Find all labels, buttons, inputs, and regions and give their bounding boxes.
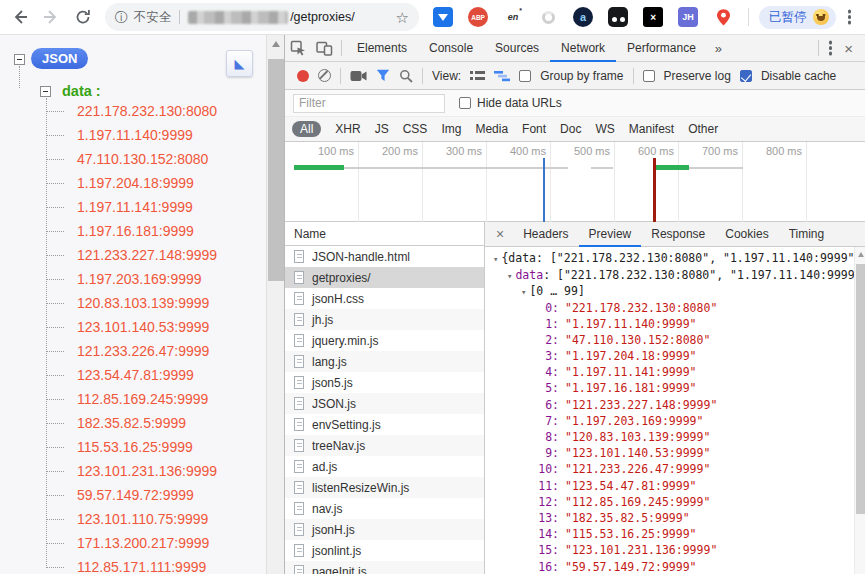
name-column-header[interactable]: Name (285, 222, 484, 246)
preserve-log-checkbox[interactable] (643, 70, 655, 82)
tree-item[interactable]: 1.197.204.18:9999 (0, 171, 266, 195)
scrollbar-thumb[interactable] (856, 264, 865, 514)
disable-cache-checkbox[interactable] (740, 70, 752, 82)
browser-menu-button[interactable] (848, 15, 851, 19)
large-rows-toggle[interactable] (470, 63, 485, 89)
tab-console[interactable]: Console (418, 35, 484, 62)
detail-close-button[interactable]: × (496, 226, 504, 242)
json-root-node[interactable]: JSON (31, 48, 88, 69)
preview-array-item[interactable]: 0:"221.178.232.130:8080" (485, 300, 854, 316)
preview-array-item[interactable]: 1:"1.197.11.140:9999" (485, 316, 854, 332)
proxy-paused-badge[interactable]: 已暂停 (759, 6, 836, 29)
inspect-element-button[interactable] (285, 35, 311, 61)
scroll-up-arrow[interactable] (858, 252, 864, 257)
type-filter-media[interactable]: Media (475, 122, 508, 136)
search-button[interactable] (399, 63, 413, 89)
collapse-data-toggle[interactable] (40, 86, 51, 97)
more-tabs-button[interactable]: » (707, 41, 730, 56)
tree-item[interactable]: 121.233.226.47:9999 (0, 339, 266, 363)
type-filter-other[interactable]: Other (688, 122, 718, 136)
preview-array-item[interactable]: 3:"1.197.204.18:9999" (485, 348, 854, 364)
reload-button[interactable] (71, 5, 95, 29)
preview-data-node[interactable]: ▾data: ["221.178.232.130:8080", "1.197.1… (485, 267, 854, 284)
type-filter-all[interactable]: All (292, 121, 321, 137)
preview-array-item[interactable]: 14:"115.53.16.25:9999" (485, 526, 854, 542)
preview-array-item[interactable]: 12:"112.85.169.245:9999" (485, 494, 854, 510)
tree-item[interactable]: 59.57.149.72:9999 (0, 483, 266, 507)
type-filter-manifest[interactable]: Manifest (629, 122, 674, 136)
preview-array-item[interactable]: 13:"182.35.82.5:9999" (485, 510, 854, 526)
type-filter-ws[interactable]: WS (595, 122, 614, 136)
capture-screenshots-button[interactable] (350, 63, 367, 89)
request-row[interactable]: listenResizeWin.js (285, 477, 484, 498)
request-row-selected[interactable]: getproxies/ (285, 267, 484, 288)
devtools-menu-button[interactable] (829, 46, 833, 50)
device-toolbar-button[interactable] (311, 35, 337, 61)
preview-array-item[interactable]: 15:"123.101.231.136:9999" (485, 542, 854, 558)
translate-extension-icon[interactable]: en* (503, 7, 523, 27)
tree-item[interactable]: 123.101.231.136:9999 (0, 459, 266, 483)
tree-item[interactable]: 112.85.171.111:9999 (0, 555, 266, 574)
tree-item[interactable]: 120.83.103.139:9999 (0, 291, 266, 315)
preview-range-node[interactable]: ▾[0 … 99] (485, 283, 854, 300)
type-filter-css[interactable]: CSS (403, 122, 428, 136)
tab-headers[interactable]: Headers (513, 222, 578, 247)
location-pin-extension-icon[interactable] (713, 7, 733, 27)
x-extension-icon[interactable]: × (643, 7, 663, 27)
filter-input[interactable] (293, 94, 445, 113)
tree-item[interactable]: 112.85.169.245:9999 (0, 387, 266, 411)
tree-item[interactable]: 1.197.16.181:9999 (0, 219, 266, 243)
devtools-close-button[interactable]: × (844, 40, 853, 57)
scroll-up-arrow[interactable] (272, 41, 280, 47)
tree-item[interactable]: 123.54.47.81:9999 (0, 363, 266, 387)
clear-button[interactable] (318, 69, 331, 82)
info-icon[interactable]: ⓘ (115, 11, 128, 24)
tree-item[interactable]: 115.53.16.25:9999 (0, 435, 266, 459)
request-row[interactable]: nav.js (285, 498, 484, 519)
tab-cookies[interactable]: Cookies (715, 222, 778, 247)
tab-timing[interactable]: Timing (779, 222, 835, 247)
tab-response[interactable]: Response (641, 222, 715, 247)
preserve-log-label[interactable]: Preserve log (664, 69, 731, 83)
hide-data-urls-checkbox[interactable] (459, 97, 471, 109)
extension-blue-icon[interactable] (433, 7, 453, 27)
network-overview[interactable]: 100 ms 200 ms 300 ms 400 ms 500 ms 600 m… (285, 142, 865, 222)
hide-data-urls[interactable]: Hide data URLs (459, 96, 562, 110)
preview-array-item[interactable]: 10:"121.233.226.47:9999" (485, 461, 854, 477)
preview-root-node[interactable]: ▾{data: ["221.178.232.130:8080", "1.197.… (485, 250, 854, 267)
type-filter-img[interactable]: Img (441, 122, 461, 136)
collapse-root-toggle[interactable] (14, 54, 25, 65)
tab-elements[interactable]: Elements (346, 35, 418, 62)
tree-item[interactable]: 1.197.203.169:9999 (0, 267, 266, 291)
record-button[interactable] (297, 70, 309, 82)
preview-array-item[interactable]: 16:"59.57.149.72:9999" (485, 559, 854, 574)
tree-item[interactable]: 47.110.130.152:8080 (0, 147, 266, 171)
preview-array-item[interactable]: 8:"120.83.103.139:9999" (485, 429, 854, 445)
request-row[interactable]: JSON-handle.html (285, 246, 484, 267)
json-handle-float-button[interactable]: ◣ (226, 50, 253, 77)
type-filter-xhr[interactable]: XHR (335, 122, 360, 136)
disabled-extension-icon[interactable] (538, 7, 558, 27)
preview-array-item[interactable]: 7:"1.197.203.169:9999" (485, 413, 854, 429)
request-row[interactable]: JSON.js (285, 393, 484, 414)
request-row[interactable]: lang.js (285, 351, 484, 372)
tab-network[interactable]: Network (550, 35, 616, 62)
request-row[interactable]: envSetting.js (285, 414, 484, 435)
tree-item[interactable]: 171.13.200.217:9999 (0, 531, 266, 555)
tree-item[interactable]: 221.178.232.130:8080 (0, 99, 266, 123)
bookmark-star-icon[interactable]: ☆ (396, 10, 409, 25)
preview-array-item[interactable]: 5:"1.197.16.181:9999" (485, 380, 854, 396)
type-filter-doc[interactable]: Doc (560, 122, 581, 136)
preview-array-item[interactable]: 9:"123.101.140.53:9999" (485, 445, 854, 461)
data-key-label[interactable]: data : (62, 83, 101, 99)
tree-item[interactable]: 123.101.140.53:9999 (0, 315, 266, 339)
jh-extension-icon[interactable]: JH (678, 7, 698, 27)
tree-item[interactable]: 182.35.82.5:9999 (0, 411, 266, 435)
group-by-frame-checkbox[interactable] (519, 70, 531, 82)
filter-toggle-button[interactable] (376, 63, 390, 89)
group-by-frame-label[interactable]: Group by frame (540, 69, 623, 83)
forward-button[interactable] (40, 5, 64, 29)
caret-down-icon[interactable]: ▾ (507, 271, 512, 281)
type-filter-js[interactable]: JS (375, 122, 389, 136)
request-row[interactable]: ad.js (285, 456, 484, 477)
